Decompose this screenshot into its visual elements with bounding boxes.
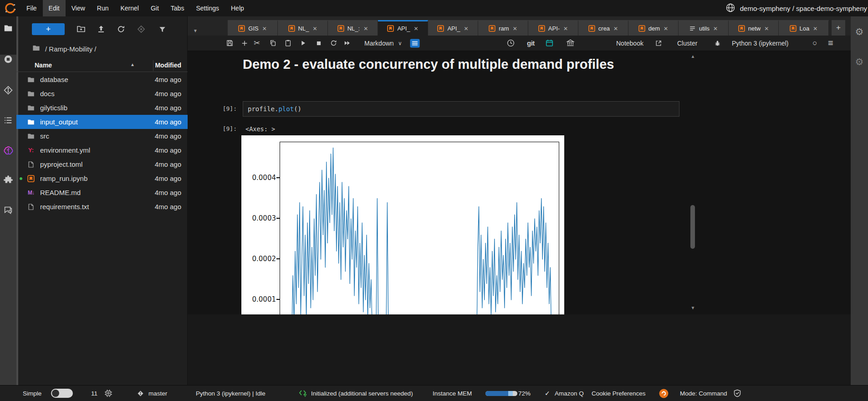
tab-api-2[interactable]: API_ ✕	[428, 20, 478, 36]
amazon-q-label[interactable]: Amazon Q	[555, 386, 584, 401]
notebook-scrollbar[interactable]: ▲ ▼	[688, 51, 698, 314]
tab-api-3[interactable]: API- ✕	[528, 20, 578, 36]
tab-close-icon[interactable]: ✕	[563, 26, 568, 32]
git-toolbar-icon[interactable]: git	[527, 36, 535, 51]
file-row-environment-yml[interactable]: Y: environment.yml 4mo ago	[16, 143, 188, 157]
tab-close-icon[interactable]: ✕	[312, 26, 317, 32]
tab-close-icon[interactable]: ✕	[513, 26, 517, 32]
table-of-contents-icon[interactable]	[0, 115, 16, 125]
menu-settings[interactable]: Settings	[190, 0, 225, 16]
file-row-database[interactable]: database 4mo ago	[16, 72, 188, 87]
running-sessions-icon[interactable]	[0, 54, 16, 64]
virtual-scrollbar-toggle[interactable]	[410, 36, 420, 51]
tab-close-icon[interactable]: ✕	[363, 26, 368, 32]
privacy-shield-icon[interactable]	[733, 386, 741, 401]
stop-kernel-button[interactable]	[316, 36, 322, 51]
copy-cells-button[interactable]	[269, 36, 277, 51]
menu-git[interactable]: Git	[145, 0, 165, 16]
git-sidebar-icon[interactable]	[0, 85, 16, 95]
menu-file[interactable]: File	[20, 0, 43, 16]
notebook-link[interactable]: Notebook	[616, 36, 643, 51]
menu-tabs[interactable]: Tabs	[165, 0, 190, 16]
restart-kernel-button[interactable]	[330, 36, 337, 51]
tab-nl-2[interactable]: NL_: ✕	[328, 20, 378, 36]
save-button[interactable]	[226, 36, 234, 51]
ai-brain-icon[interactable]	[0, 145, 16, 156]
tab-close-icon[interactable]: ✕	[713, 26, 718, 32]
file-row-ramp-run-ipynb[interactable]: ramp_run.ipynb 4mo ago	[16, 171, 188, 185]
tab-close-icon[interactable]: ✕	[764, 26, 769, 32]
gear-icon[interactable]: ⚙	[851, 57, 868, 67]
tab-loa[interactable]: Loa ✕	[779, 20, 829, 36]
simple-mode-toggle[interactable]	[51, 386, 73, 401]
toolbar-menu-icon[interactable]: ≡	[828, 36, 833, 51]
cluster-link[interactable]: Cluster	[677, 36, 697, 51]
file-row-gilyticslib[interactable]: gilyticslib 4mo ago	[16, 101, 188, 115]
debugger-bug-icon[interactable]	[714, 36, 721, 51]
menu-edit[interactable]: Edit	[43, 0, 66, 16]
tab-nl-1[interactable]: NL_ ✕	[278, 20, 328, 36]
data-catalog-icon[interactable]	[566, 36, 575, 51]
filter-icon[interactable]	[157, 24, 168, 35]
file-row-pyproject-toml[interactable]: pyproject.toml 4mo ago	[16, 157, 188, 171]
file-row-src[interactable]: src 4mo ago	[16, 129, 188, 143]
new-folder-icon[interactable]	[76, 24, 87, 35]
upload-icon[interactable]	[96, 24, 107, 35]
tab-utils[interactable]: utils ✕	[679, 20, 729, 36]
chip-icon[interactable]	[104, 386, 113, 401]
app-logo-icon[interactable]	[5, 3, 16, 14]
sagemaker-logo-icon[interactable]	[659, 386, 669, 401]
column-name[interactable]: Name	[35, 62, 52, 69]
workspace-label[interactable]: demo-sympheny / space-demo-sympheny	[740, 5, 867, 12]
tab-dem[interactable]: dem ✕	[628, 20, 679, 36]
menu-help[interactable]: Help	[225, 0, 250, 16]
git-branch-name[interactable]: master	[148, 386, 167, 401]
tab-close-icon[interactable]: ✕	[813, 26, 817, 32]
history-clock-icon[interactable]	[506, 36, 515, 51]
scrollbar-thumb[interactable]	[690, 205, 695, 249]
tab-crea[interactable]: crea ✕	[578, 20, 628, 36]
file-row-input-output[interactable]: input_output 4mo ago	[16, 115, 188, 129]
new-launcher-button[interactable]: +	[32, 23, 65, 35]
sort-asc-icon[interactable]: ▲	[130, 62, 135, 67]
tab-close-icon[interactable]: ✕	[414, 26, 419, 32]
new-tab-button[interactable]: +	[832, 20, 845, 36]
terminal-count[interactable]: 11	[91, 386, 97, 401]
breadcrumb[interactable]: / Ramp-Mobility /	[32, 44, 97, 54]
tab-close-icon[interactable]: ✕	[262, 26, 267, 32]
tab-ram[interactable]: ram ✕	[478, 20, 528, 36]
schedule-calendar-icon[interactable]	[545, 36, 554, 51]
kernel-status-text[interactable]: Python 3 (ipykernel) | Idle	[196, 386, 266, 401]
run-all-button[interactable]	[343, 36, 351, 51]
tab-netw[interactable]: netw ✕	[729, 20, 779, 36]
cookie-preferences-link[interactable]: Cookie Preferences	[592, 386, 646, 401]
file-browser-icon[interactable]	[0, 23, 16, 33]
insert-cell-button[interactable]	[241, 36, 248, 51]
scroll-up-icon[interactable]: ▲	[688, 54, 698, 59]
scroll-down-icon[interactable]: ▼	[688, 305, 698, 310]
gear-icon[interactable]: ⚙	[851, 26, 868, 37]
column-divider[interactable]	[153, 60, 153, 71]
menu-run[interactable]: Run	[91, 0, 115, 16]
tab-overflow-icon[interactable]: ▼	[193, 28, 198, 33]
git-clone-icon[interactable]	[136, 24, 147, 35]
file-row-docs[interactable]: docs 4mo ago	[16, 87, 188, 101]
tab-close-icon[interactable]: ✕	[464, 26, 469, 32]
paste-cells-button[interactable]	[284, 36, 292, 51]
extensions-icon[interactable]	[0, 175, 16, 185]
kernel-status-icon[interactable]: ○	[812, 36, 817, 51]
tab-gis[interactable]: GIS ✕	[228, 20, 278, 36]
cell-type-select[interactable]: Markdown	[364, 36, 394, 51]
file-row-requirements-txt[interactable]: requirements.txt 4mo ago	[16, 200, 188, 214]
column-modified[interactable]: Modified	[155, 62, 181, 69]
breadcrumb-path[interactable]: / Ramp-Mobility /	[45, 45, 97, 53]
menu-view[interactable]: View	[66, 0, 91, 16]
run-cell-button[interactable]	[300, 36, 306, 51]
tab-close-icon[interactable]: ✕	[613, 26, 618, 32]
refresh-icon[interactable]	[116, 24, 127, 35]
cut-cells-button[interactable]: ✂	[254, 36, 260, 51]
tab-api-active[interactable]: API_ ✕	[378, 20, 428, 36]
code-cell-input[interactable]: profile.plot()	[243, 101, 679, 117]
tab-close-icon[interactable]: ✕	[664, 26, 668, 32]
file-row-readme-md[interactable]: M↓ README.md 4mo ago	[16, 185, 188, 200]
